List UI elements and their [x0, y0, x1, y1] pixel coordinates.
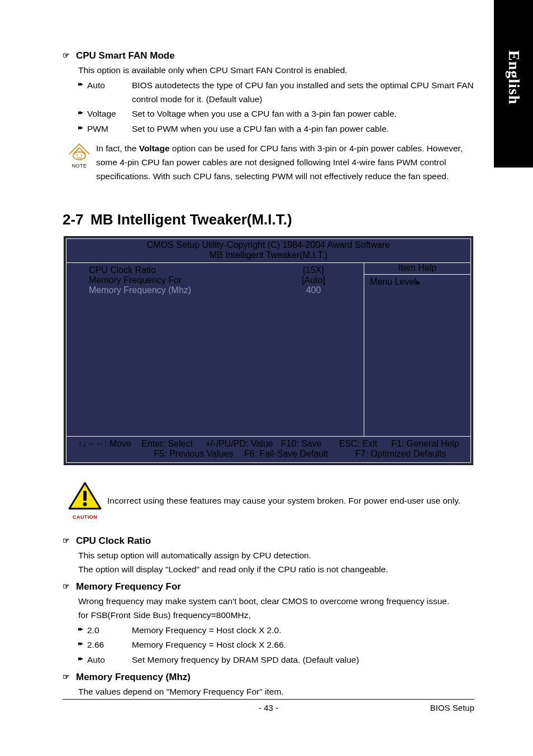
option-key: 2.66	[87, 638, 132, 652]
bios-title: CMOS Setup Utility-Copyright (C) 1984-20…	[66, 239, 470, 263]
option-key: Auto	[87, 653, 132, 667]
bios-menu-level: Menu Level▶	[370, 277, 465, 287]
text: This setup option will automatically ass…	[78, 549, 474, 563]
double-arrow-icon: ▸▸	[78, 653, 86, 664]
option-key: Auto	[87, 79, 132, 107]
option-key: PWM	[87, 122, 132, 136]
caution-icon	[68, 482, 102, 511]
option-key: 2.0	[87, 624, 132, 638]
note-text: In fact, the Voltage option can be used …	[96, 142, 474, 183]
heading-fanmode: CPU Smart FAN Mode	[76, 50, 175, 61]
caution-text: Incorrect using these features may cause…	[107, 496, 474, 506]
hand-icon: ☞	[63, 535, 73, 547]
section-memory-frequency-for: ☞Memory Frequency For Wrong frequency ma…	[63, 581, 474, 667]
hand-icon: ☞	[63, 581, 73, 592]
svg-point-0	[73, 152, 85, 160]
hand-icon: ☞	[63, 672, 73, 683]
heading-ratio: CPU Clock Ratio	[76, 535, 151, 546]
caution-label: CAUTION	[63, 514, 107, 520]
option-value: Set Memory frequency by DRAM SPD data. (…	[132, 653, 474, 667]
option-value: Memory Frequency = Host clock X 2.66.	[132, 638, 474, 652]
double-arrow-icon: ▸▸	[78, 122, 86, 133]
section-cpu-clock-ratio: ☞CPU Clock Ratio This setup option will …	[63, 535, 474, 577]
table-row: CPU Clock Ratio[15X]	[89, 265, 353, 275]
option-key: Voltage	[87, 107, 132, 121]
bios-help-header: Item Help	[364, 263, 470, 275]
bios-footer: ↑↓→←: Move Enter: Select +/-/PU/PD: Valu…	[66, 436, 470, 462]
list-item: ▸▸ Auto Set Memory frequency by DRAM SPD…	[78, 653, 474, 667]
note-block: NOTE In fact, the Voltage option can be …	[63, 142, 474, 183]
list-item: ▸▸ PWM Set to PWM when you use a CPU fan…	[78, 122, 474, 136]
section-cpu-smart-fan-mode: ☞CPU Smart FAN Mode This option is avail…	[63, 50, 474, 183]
page-number: - 43 -	[63, 703, 474, 712]
text: for FSB(Front Side Bus) frequency=800MHz…	[78, 609, 474, 623]
svg-rect-3	[83, 491, 87, 501]
option-value: Set to PWM when you use a CPU fan with a…	[132, 122, 474, 136]
double-arrow-icon: ▸▸	[78, 638, 86, 649]
list-item: ▸▸ 2.0 Memory Frequency = Host clock X 2…	[78, 624, 474, 638]
caution-block: CAUTION Incorrect using these features m…	[63, 482, 474, 520]
text: The values depend on "Memory Frequency F…	[78, 685, 474, 699]
note-label: NOTE	[63, 163, 96, 169]
table-row: Memory Frequency (Mhz)400	[89, 285, 353, 295]
bios-help-pane: Item Help Menu Level▶	[364, 263, 470, 436]
language-side-tab: English	[494, 0, 533, 168]
list-item: ▸▸ Auto BIOS autodetects the type of CPU…	[78, 79, 474, 107]
option-value: Set to Voltage when you use a CPU fan wi…	[132, 107, 474, 121]
double-arrow-icon: ▸▸	[78, 79, 86, 89]
bios-screenshot: CMOS Setup Utility-Copyright (C) 1984-20…	[64, 236, 473, 465]
double-arrow-icon: ▸▸	[78, 624, 86, 634]
svg-point-4	[83, 503, 87, 506]
list-item: ▸▸ 2.66 Memory Frequency = Host clock X …	[78, 638, 474, 652]
svg-point-1	[77, 155, 78, 156]
text: The option will display "Locked" and rea…	[78, 563, 474, 577]
page-content: ☞CPU Smart FAN Mode This option is avail…	[63, 50, 474, 699]
section-heading-mit: 2-7MB Intelligent Tweaker(M.I.T.)	[63, 211, 474, 228]
note-icon	[68, 142, 91, 161]
heading-memmhz: Memory Frequency (Mhz)	[76, 672, 191, 682]
option-value: BIOS autodetects the type of CPU fan you…	[132, 79, 474, 107]
heading-memfor: Memory Frequency For	[76, 581, 181, 592]
text: Wrong frequency may make system can't bo…	[78, 595, 474, 609]
page-footer: - 43 - BIOS Setup	[63, 699, 474, 712]
hand-icon: ☞	[63, 50, 73, 61]
triangle-right-icon: ▶	[416, 279, 421, 285]
option-value: Memory Frequency = Host clock X 2.0.	[132, 624, 474, 638]
double-arrow-icon: ▸▸	[78, 107, 86, 118]
section-memory-frequency-mhz: ☞Memory Frequency (Mhz) The values depen…	[63, 672, 474, 699]
svg-point-2	[81, 155, 82, 156]
list-item: ▸▸ Voltage Set to Voltage when you use a…	[78, 107, 474, 121]
text-fanmode-desc: This option is available only when CPU S…	[78, 64, 474, 78]
bios-settings-pane: CPU Clock Ratio[15X] Memory Frequency Fo…	[66, 263, 364, 436]
table-row: Memory Frequency For[Auto]	[89, 275, 353, 285]
